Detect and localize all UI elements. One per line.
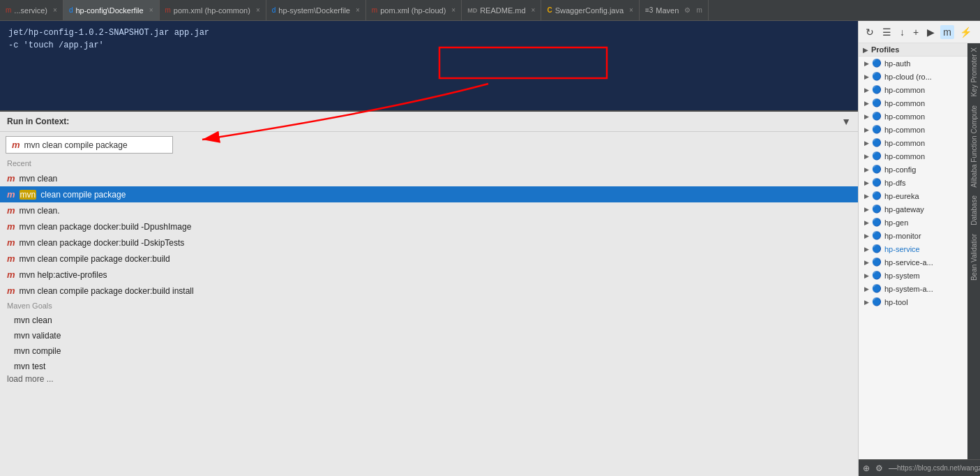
minimize-icon[interactable]: — bbox=[889, 463, 897, 473]
recent-label: Recent bbox=[0, 158, 858, 170]
close-tab-pom-cloud[interactable]: × bbox=[451, 6, 455, 14]
cmd-item-help-profiles[interactable]: m mvn help:active-profiles bbox=[0, 267, 858, 283]
goal-clean[interactable]: mvn clean bbox=[0, 313, 858, 328]
tab-maven-overflow[interactable]: m bbox=[696, 6, 702, 14]
close-tab-swagger[interactable]: × bbox=[629, 6, 633, 14]
maven-item-hp-dfs[interactable]: ▶ 🔵 hp-dfs bbox=[859, 176, 980, 189]
maven-item-hp-monitor[interactable]: ▶ 🔵 hp-monitor bbox=[859, 229, 980, 242]
maven-item-hp-service[interactable]: ▶ 🔵 hp-service bbox=[859, 242, 980, 255]
bottom-status-bar: ⊕ ⚙ — https://blog.csdn.net/wangz6319t..… bbox=[859, 459, 980, 476]
maven-item-hp-common-2[interactable]: ▶ 🔵 hp-common bbox=[859, 96, 980, 110]
hp-common2-label: hp-common bbox=[884, 99, 925, 107]
tab-hp-system-dockerfile[interactable]: d hp-system\Dockerfile × bbox=[266, 0, 366, 21]
cmd-item-docker-push[interactable]: m mvn clean package docker:build -DpushI… bbox=[0, 218, 858, 235]
maven-item-hp-tool[interactable]: ▶ 🔵 hp-tool bbox=[859, 295, 980, 308]
tab-readme[interactable]: MD README.md × bbox=[462, 0, 541, 21]
globe-icon[interactable]: ⊕ bbox=[863, 463, 870, 473]
goal-validate[interactable]: mvn validate bbox=[0, 328, 858, 343]
hp-common5-arrow: ▶ bbox=[864, 140, 869, 147]
hp-service-label: hp-service bbox=[884, 245, 920, 253]
maven-item-hp-system-a[interactable]: ▶ 🔵 hp-system-a... bbox=[859, 282, 980, 295]
maven-refresh-button[interactable]: ↻ bbox=[863, 25, 877, 39]
cmd-item-clean-dot[interactable]: m mvn clean. bbox=[0, 202, 858, 218]
hp-common1-icon: 🔵 bbox=[872, 85, 882, 94]
maven-item-hp-system[interactable]: ▶ 🔵 hp-system bbox=[859, 269, 980, 282]
hp-service-a-label: hp-service-a... bbox=[884, 258, 933, 267]
hp-common5-label: hp-common bbox=[884, 139, 925, 147]
hp-config-label: hp-config bbox=[884, 165, 916, 174]
hp-common4-label: hp-common bbox=[884, 126, 925, 134]
tab-pom-hp-cloud[interactable]: m pom.xml (hp-cloud) × bbox=[366, 0, 462, 21]
section-divider-goals: Maven Goals bbox=[0, 299, 858, 313]
filter-icon[interactable]: ▼ bbox=[841, 116, 851, 127]
run-context-title: Run in Context: bbox=[7, 117, 69, 126]
maven-run-button[interactable]: ☰ bbox=[880, 25, 894, 39]
hp-cloud-icon: 🔵 bbox=[872, 72, 882, 81]
tab-service[interactable]: m ...service) × bbox=[0, 0, 63, 21]
cmd-item-clean[interactable]: m mvn clean bbox=[0, 170, 858, 186]
vlabel-alibaba[interactable]: Alibaba Function Compute bbox=[969, 101, 979, 192]
hp-common2-arrow: ▶ bbox=[864, 100, 869, 107]
maven-module-list: ▶ 🔵 hp-auth ▶ 🔵 hp-cloud (ro... ▶ 🔵 hp-c… bbox=[859, 57, 980, 476]
vlabel-bean[interactable]: Bean Validatior bbox=[969, 230, 979, 285]
hp-common6-label: hp-common bbox=[884, 152, 925, 161]
goal-test[interactable]: mvn test bbox=[0, 359, 858, 374]
hp-system-a-arrow: ▶ bbox=[864, 285, 869, 292]
maven-add-button[interactable]: + bbox=[910, 25, 921, 39]
load-more-item[interactable]: load more ... bbox=[0, 374, 858, 384]
tab-maven[interactable]: ≡3 Maven ⚙ m bbox=[640, 0, 709, 21]
maven-item-hp-common-4[interactable]: ▶ 🔵 hp-common bbox=[859, 123, 980, 136]
hp-config-arrow: ▶ bbox=[864, 166, 869, 173]
close-tab-service[interactable]: × bbox=[53, 6, 57, 14]
hp-system-arrow: ▶ bbox=[864, 272, 869, 279]
maven-item-hp-auth[interactable]: ▶ 🔵 hp-auth bbox=[859, 57, 980, 70]
tab-readme-label: README.md bbox=[480, 6, 525, 15]
maven-item-hp-config[interactable]: ▶ 🔵 hp-config bbox=[859, 163, 980, 176]
hp-system-a-label: hp-system-a... bbox=[884, 285, 933, 293]
m-icon-install: m bbox=[7, 285, 15, 296]
hp-config-icon: 🔵 bbox=[872, 165, 882, 174]
cmd-item-docker-install[interactable]: m mvn clean compile package docker:build… bbox=[0, 283, 858, 299]
tab-hp-config-dockerfile[interactable]: d hp-config\Dockerfile × bbox=[63, 0, 160, 21]
tab-pom-hp-common[interactable]: m pom.xml (hp-common) × bbox=[160, 0, 266, 21]
maven-item-hp-common-5[interactable]: ▶ 🔵 hp-common bbox=[859, 136, 980, 149]
maven-item-hp-common-6[interactable]: ▶ 🔵 hp-common bbox=[859, 149, 980, 163]
maven-icon: m bbox=[6, 6, 11, 14]
maven-download-button[interactable]: ↓ bbox=[897, 25, 907, 39]
tab-swagger[interactable]: C SwaggerConfig.java × bbox=[541, 0, 640, 21]
settings-icon[interactable]: ⚙ bbox=[875, 463, 883, 473]
close-tab-hp-system[interactable]: × bbox=[356, 6, 360, 14]
maven-item-hp-common-1[interactable]: ▶ 🔵 hp-common bbox=[859, 83, 980, 96]
maven-item-hp-common-3[interactable]: ▶ 🔵 hp-common bbox=[859, 110, 980, 123]
cmd-item-compile-docker[interactable]: m mvn clean compile package docker:build bbox=[0, 251, 858, 267]
maven-icon-3: m bbox=[372, 6, 377, 14]
tab-maven-gear[interactable]: ⚙ bbox=[684, 6, 691, 14]
vlabel-database[interactable]: Database bbox=[969, 191, 979, 230]
cmd-item-clean-compile[interactable]: m mvn clean compile package bbox=[0, 186, 858, 202]
maven-item-hp-eureka[interactable]: ▶ 🔵 hp-eureka bbox=[859, 189, 980, 202]
maven-execute-button[interactable]: ▶ bbox=[924, 25, 937, 39]
maven-item-hp-gen[interactable]: ▶ 🔵 hp-gen bbox=[859, 216, 980, 229]
hp-common6-icon: 🔵 bbox=[872, 151, 882, 161]
maven-item-hp-gateway[interactable]: ▶ 🔵 hp-gateway bbox=[859, 202, 980, 216]
goal-compile[interactable]: mvn compile bbox=[0, 343, 858, 359]
cmd-item-docker-skip[interactable]: m mvn clean package docker:build -DskipT… bbox=[0, 235, 858, 251]
profiles-row[interactable]: ▶ Profiles bbox=[859, 43, 980, 57]
maven-lightning-button[interactable]: ⚡ bbox=[957, 25, 974, 39]
close-tab-pom-common[interactable]: × bbox=[256, 6, 260, 14]
tab-hp-system-label: hp-system\Dockerfile bbox=[278, 6, 350, 15]
close-tab-hp-config[interactable]: × bbox=[149, 6, 153, 14]
maven-item-hp-service-a[interactable]: ▶ 🔵 hp-service-a... bbox=[859, 255, 980, 269]
close-tab-readme[interactable]: × bbox=[532, 6, 536, 14]
vlabel-key-promoter[interactable]: Key Promoter X bbox=[969, 43, 979, 101]
maven-item-hp-cloud[interactable]: ▶ 🔵 hp-cloud (ro... bbox=[859, 70, 980, 83]
cmd-list: m mvn clean m mvn clean compile package … bbox=[0, 170, 858, 476]
hp-gateway-label: hp-gateway bbox=[884, 205, 924, 214]
cmd-input-wrapper[interactable]: m mvn clean compile package bbox=[6, 136, 173, 154]
maven-list-button[interactable]: ≡ bbox=[977, 25, 980, 39]
hp-common1-arrow: ▶ bbox=[864, 87, 869, 94]
hp-common6-arrow: ▶ bbox=[864, 153, 869, 160]
cmd-input-text: mvn clean compile package bbox=[24, 140, 128, 150]
hp-common4-arrow: ▶ bbox=[864, 126, 869, 133]
maven-m-button[interactable]: m bbox=[940, 25, 954, 39]
